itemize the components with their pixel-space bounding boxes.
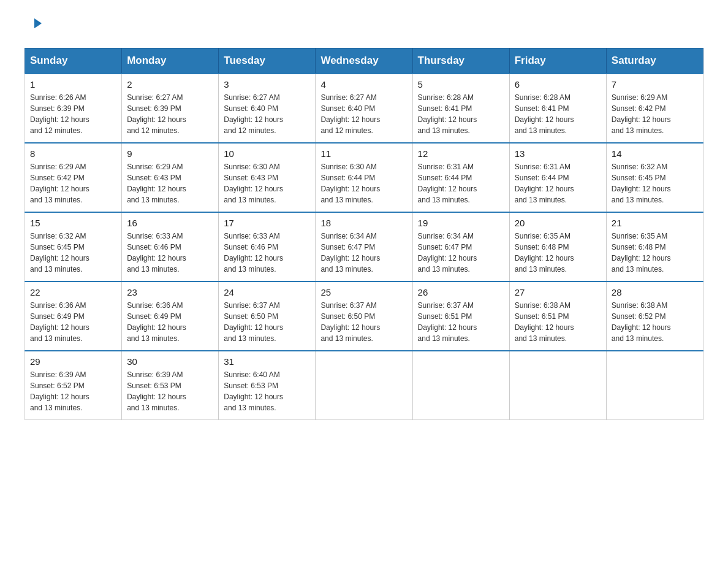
day-number: 19 <box>418 218 504 228</box>
day-info: Sunrise: 6:38 AM Sunset: 6:51 PM Dayligh… <box>515 300 601 344</box>
day-info: Sunrise: 6:30 AM Sunset: 6:44 PM Dayligh… <box>320 161 407 205</box>
calendar-day-cell: 16 Sunrise: 6:33 AM Sunset: 6:46 PM Dayl… <box>122 212 219 282</box>
day-info: Sunrise: 6:39 AM Sunset: 6:52 PM Dayligh… <box>30 369 116 413</box>
day-info: Sunrise: 6:31 AM Sunset: 6:44 PM Dayligh… <box>418 161 504 205</box>
day-info: Sunrise: 6:31 AM Sunset: 6:44 PM Dayligh… <box>515 161 601 205</box>
day-number: 13 <box>515 148 601 159</box>
day-info: Sunrise: 6:30 AM Sunset: 6:43 PM Dayligh… <box>224 161 310 205</box>
day-number: 25 <box>320 287 407 297</box>
logo <box>25 18 43 36</box>
calendar-day-cell: 6 Sunrise: 6:28 AM Sunset: 6:41 PM Dayli… <box>509 74 606 143</box>
day-number: 31 <box>224 356 310 367</box>
day-number: 15 <box>30 218 116 228</box>
day-info: Sunrise: 6:29 AM Sunset: 6:42 PM Dayligh… <box>612 92 698 136</box>
col-header-friday: Friday <box>509 48 606 74</box>
day-info: Sunrise: 6:35 AM Sunset: 6:48 PM Dayligh… <box>612 231 698 275</box>
day-number: 12 <box>418 148 504 159</box>
day-info: Sunrise: 6:36 AM Sunset: 6:49 PM Dayligh… <box>30 300 116 344</box>
calendar-day-cell: 14 Sunrise: 6:32 AM Sunset: 6:45 PM Dayl… <box>606 143 703 212</box>
col-header-thursday: Thursday <box>412 48 509 74</box>
calendar-day-cell: 3 Sunrise: 6:27 AM Sunset: 6:40 PM Dayli… <box>219 74 316 143</box>
day-info: Sunrise: 6:28 AM Sunset: 6:41 PM Dayligh… <box>515 92 601 136</box>
col-header-wednesday: Wednesday <box>316 48 412 74</box>
col-header-sunday: Sunday <box>25 48 122 74</box>
day-number: 11 <box>320 148 407 159</box>
day-info: Sunrise: 6:39 AM Sunset: 6:53 PM Dayligh… <box>127 369 213 413</box>
calendar-week-row: 22 Sunrise: 6:36 AM Sunset: 6:49 PM Dayl… <box>25 282 703 351</box>
day-number: 4 <box>320 79 407 90</box>
calendar-empty-cell <box>316 351 412 420</box>
calendar-day-cell: 26 Sunrise: 6:37 AM Sunset: 6:51 PM Dayl… <box>412 282 509 351</box>
logo-flag-icon <box>26 17 43 34</box>
day-number: 26 <box>418 287 504 297</box>
calendar-day-cell: 12 Sunrise: 6:31 AM Sunset: 6:44 PM Dayl… <box>412 143 509 212</box>
day-info: Sunrise: 6:35 AM Sunset: 6:48 PM Dayligh… <box>515 231 601 275</box>
day-number: 2 <box>127 79 213 90</box>
calendar-day-cell: 31 Sunrise: 6:40 AM Sunset: 6:53 PM Dayl… <box>219 351 316 420</box>
calendar-day-cell: 17 Sunrise: 6:33 AM Sunset: 6:46 PM Dayl… <box>219 212 316 282</box>
calendar-day-cell: 27 Sunrise: 6:38 AM Sunset: 6:51 PM Dayl… <box>509 282 606 351</box>
calendar-header-row: SundayMondayTuesdayWednesdayThursdayFrid… <box>25 48 703 74</box>
calendar-day-cell: 7 Sunrise: 6:29 AM Sunset: 6:42 PM Dayli… <box>606 74 703 143</box>
day-number: 27 <box>515 287 601 297</box>
calendar-week-row: 8 Sunrise: 6:29 AM Sunset: 6:42 PM Dayli… <box>25 143 703 212</box>
day-info: Sunrise: 6:40 AM Sunset: 6:53 PM Dayligh… <box>224 369 310 413</box>
calendar-day-cell: 10 Sunrise: 6:30 AM Sunset: 6:43 PM Dayl… <box>219 143 316 212</box>
day-number: 29 <box>30 356 116 367</box>
calendar-day-cell: 30 Sunrise: 6:39 AM Sunset: 6:53 PM Dayl… <box>122 351 219 420</box>
calendar-day-cell: 21 Sunrise: 6:35 AM Sunset: 6:48 PM Dayl… <box>606 212 703 282</box>
day-number: 6 <box>515 79 601 90</box>
day-info: Sunrise: 6:37 AM Sunset: 6:50 PM Dayligh… <box>224 300 310 344</box>
calendar-day-cell: 22 Sunrise: 6:36 AM Sunset: 6:49 PM Dayl… <box>25 282 122 351</box>
calendar-day-cell: 28 Sunrise: 6:38 AM Sunset: 6:52 PM Dayl… <box>606 282 703 351</box>
day-number: 5 <box>418 79 504 90</box>
day-info: Sunrise: 6:33 AM Sunset: 6:46 PM Dayligh… <box>224 231 310 275</box>
col-header-tuesday: Tuesday <box>219 48 316 74</box>
calendar-empty-cell <box>606 351 703 420</box>
day-info: Sunrise: 6:38 AM Sunset: 6:52 PM Dayligh… <box>612 300 698 344</box>
calendar-day-cell: 8 Sunrise: 6:29 AM Sunset: 6:42 PM Dayli… <box>25 143 122 212</box>
day-info: Sunrise: 6:34 AM Sunset: 6:47 PM Dayligh… <box>418 231 504 275</box>
day-number: 14 <box>612 148 698 159</box>
calendar-table: SundayMondayTuesdayWednesdayThursdayFrid… <box>25 48 703 420</box>
day-info: Sunrise: 6:36 AM Sunset: 6:49 PM Dayligh… <box>127 300 213 344</box>
day-info: Sunrise: 6:28 AM Sunset: 6:41 PM Dayligh… <box>418 92 504 136</box>
calendar-day-cell: 5 Sunrise: 6:28 AM Sunset: 6:41 PM Dayli… <box>412 74 509 143</box>
day-info: Sunrise: 6:33 AM Sunset: 6:46 PM Dayligh… <box>127 231 213 275</box>
day-number: 23 <box>127 287 213 297</box>
day-number: 22 <box>30 287 116 297</box>
calendar-day-cell: 19 Sunrise: 6:34 AM Sunset: 6:47 PM Dayl… <box>412 212 509 282</box>
calendar-day-cell: 20 Sunrise: 6:35 AM Sunset: 6:48 PM Dayl… <box>509 212 606 282</box>
day-info: Sunrise: 6:32 AM Sunset: 6:45 PM Dayligh… <box>612 161 698 205</box>
day-number: 3 <box>224 79 310 90</box>
calendar-day-cell: 25 Sunrise: 6:37 AM Sunset: 6:50 PM Dayl… <box>316 282 412 351</box>
day-info: Sunrise: 6:37 AM Sunset: 6:51 PM Dayligh… <box>418 300 504 344</box>
day-info: Sunrise: 6:26 AM Sunset: 6:39 PM Dayligh… <box>30 92 116 136</box>
calendar-day-cell: 4 Sunrise: 6:27 AM Sunset: 6:40 PM Dayli… <box>316 74 412 143</box>
day-number: 21 <box>612 218 698 228</box>
calendar-day-cell: 23 Sunrise: 6:36 AM Sunset: 6:49 PM Dayl… <box>122 282 219 351</box>
col-header-saturday: Saturday <box>606 48 703 74</box>
calendar-day-cell: 9 Sunrise: 6:29 AM Sunset: 6:43 PM Dayli… <box>122 143 219 212</box>
day-info: Sunrise: 6:29 AM Sunset: 6:43 PM Dayligh… <box>127 161 213 205</box>
day-info: Sunrise: 6:32 AM Sunset: 6:45 PM Dayligh… <box>30 231 116 275</box>
calendar-day-cell: 1 Sunrise: 6:26 AM Sunset: 6:39 PM Dayli… <box>25 74 122 143</box>
calendar-empty-cell <box>412 351 509 420</box>
calendar-day-cell: 24 Sunrise: 6:37 AM Sunset: 6:50 PM Dayl… <box>219 282 316 351</box>
calendar-week-row: 1 Sunrise: 6:26 AM Sunset: 6:39 PM Dayli… <box>25 74 703 143</box>
page-header <box>25 18 703 36</box>
day-info: Sunrise: 6:34 AM Sunset: 6:47 PM Dayligh… <box>320 231 407 275</box>
day-number: 10 <box>224 148 310 159</box>
calendar-day-cell: 2 Sunrise: 6:27 AM Sunset: 6:39 PM Dayli… <box>122 74 219 143</box>
day-info: Sunrise: 6:27 AM Sunset: 6:39 PM Dayligh… <box>127 92 213 136</box>
day-number: 1 <box>30 79 116 90</box>
day-number: 28 <box>612 287 698 297</box>
day-info: Sunrise: 6:29 AM Sunset: 6:42 PM Dayligh… <box>30 161 116 205</box>
calendar-week-row: 15 Sunrise: 6:32 AM Sunset: 6:45 PM Dayl… <box>25 212 703 282</box>
col-header-monday: Monday <box>122 48 219 74</box>
day-number: 8 <box>30 148 116 159</box>
day-info: Sunrise: 6:27 AM Sunset: 6:40 PM Dayligh… <box>320 92 407 136</box>
calendar-day-cell: 29 Sunrise: 6:39 AM Sunset: 6:52 PM Dayl… <box>25 351 122 420</box>
calendar-day-cell: 13 Sunrise: 6:31 AM Sunset: 6:44 PM Dayl… <box>509 143 606 212</box>
calendar-empty-cell <box>509 351 606 420</box>
